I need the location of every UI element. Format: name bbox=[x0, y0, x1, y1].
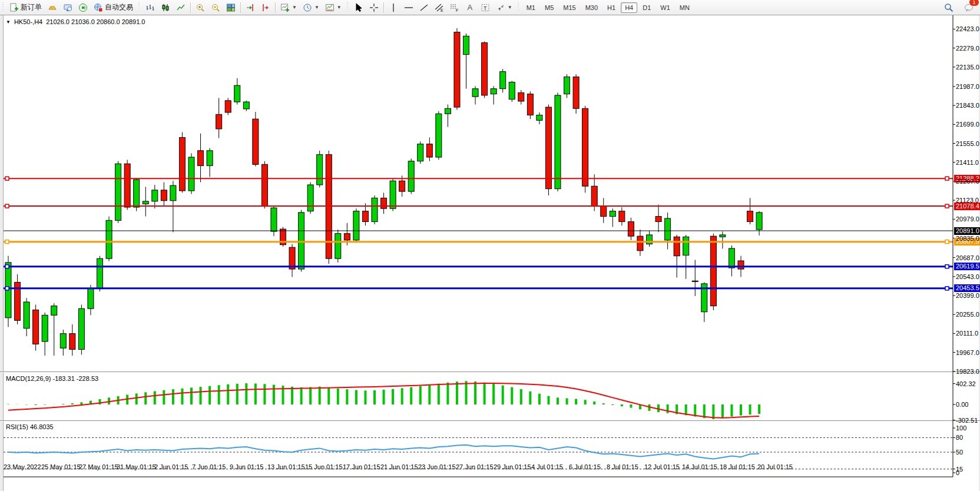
svg-text:T: T bbox=[484, 5, 487, 11]
toolbar-grip[interactable] bbox=[1, 2, 5, 13]
tab-d1[interactable]: D1 bbox=[638, 2, 655, 13]
toolbar-grip[interactable] bbox=[137, 2, 141, 13]
template-icon bbox=[325, 3, 335, 12]
price-tick-label: 21843.0 bbox=[956, 102, 979, 109]
date-tick-label: 12 Jul 01:15 bbox=[644, 463, 680, 470]
horizontal-line-button[interactable] bbox=[401, 1, 416, 15]
date-tick-label: 15 Jun 01:15 bbox=[305, 463, 343, 470]
toolbar-separator bbox=[190, 2, 191, 13]
tile-windows-button[interactable] bbox=[223, 1, 239, 15]
zoom-out-button[interactable] bbox=[208, 1, 223, 15]
chevron-down-icon: ▼ bbox=[314, 5, 319, 10]
search-button[interactable] bbox=[941, 1, 956, 15]
virtual-hosting-button[interactable] bbox=[60, 1, 75, 15]
new-order-button[interactable]: 新订单 bbox=[6, 1, 45, 15]
price-tick-label: 20687.0 bbox=[956, 254, 979, 261]
vertical-line-button[interactable] bbox=[386, 1, 401, 15]
gold-button[interactable] bbox=[45, 1, 60, 15]
toolbar-grip[interactable] bbox=[346, 2, 350, 13]
signals-button[interactable] bbox=[75, 1, 91, 15]
text-button[interactable]: A bbox=[462, 1, 478, 15]
tab-m30[interactable]: M30 bbox=[581, 2, 602, 13]
tab-m5[interactable]: M5 bbox=[541, 2, 558, 13]
collapse-icon[interactable]: ▼ bbox=[6, 19, 11, 25]
date-tick-label: 25 May 01:15 bbox=[41, 463, 81, 470]
gold-icon bbox=[48, 3, 57, 12]
periods-button[interactable]: ▼ bbox=[300, 1, 322, 15]
date-tick-label: 21 Jun 01:15 bbox=[380, 463, 418, 470]
date-tick-label: 13 Jun 01:15 bbox=[267, 463, 305, 470]
date-tick-label: 2 Jun 01:15 bbox=[154, 463, 188, 470]
date-tick-label: 17 Jun 01:15 bbox=[343, 463, 380, 470]
price-tick-label: 19967.0 bbox=[956, 349, 979, 356]
date-tick-label: 31 May 01:15 bbox=[117, 463, 156, 470]
price-tick-label: 22423.0 bbox=[956, 25, 979, 32]
tab-mn[interactable]: MN bbox=[676, 2, 694, 13]
price-tick-label: 20543.0 bbox=[956, 273, 979, 280]
date-tick-label: 8 Jul 01:15 bbox=[607, 463, 638, 470]
tab-m1[interactable]: M1 bbox=[522, 2, 539, 13]
symbol-ohlc-bar[interactable]: ▼ HK50-,H4 21026.0 21036.0 20860.0 20891… bbox=[6, 18, 145, 25]
rsi-tick-label: 100 bbox=[956, 424, 966, 432]
toolbar-grip[interactable] bbox=[517, 2, 521, 13]
line-chart-button[interactable] bbox=[173, 1, 188, 15]
templates-button[interactable]: ▼ bbox=[322, 1, 345, 15]
fibonacci-icon: F bbox=[450, 3, 459, 12]
bar-chart-button[interactable] bbox=[143, 1, 158, 15]
tab-h1[interactable]: H1 bbox=[603, 2, 620, 13]
date-tick-label: 14 Jul 01:15 bbox=[682, 463, 717, 470]
text-icon: A bbox=[465, 3, 475, 12]
price-tick-label: 20835.0 bbox=[956, 235, 979, 242]
price-tick-label: 19823.0 bbox=[956, 368, 979, 375]
chevron-down-icon: ▼ bbox=[508, 5, 512, 10]
new-chart-button[interactable]: ▼ bbox=[277, 1, 300, 15]
auto-scroll-button[interactable] bbox=[243, 1, 258, 15]
new-order-label: 新订单 bbox=[21, 2, 42, 12]
chart-shift-icon bbox=[261, 3, 270, 12]
arrows-button[interactable]: ▼ bbox=[493, 1, 515, 15]
crosshair-button[interactable] bbox=[366, 1, 382, 15]
toolbar-separator bbox=[383, 2, 384, 13]
fibonacci-button[interactable]: F bbox=[447, 1, 462, 15]
price-tick-label: 20979.0 bbox=[956, 215, 979, 223]
price-tick-label: 21123.0 bbox=[956, 197, 979, 204]
tab-m15[interactable]: M15 bbox=[559, 2, 580, 13]
cursor-icon bbox=[354, 3, 363, 12]
chart-shift-button[interactable] bbox=[258, 1, 273, 15]
rsi-label: RSI(15) 46.8035 bbox=[6, 423, 54, 430]
candlestick-chart-icon bbox=[161, 3, 170, 12]
auto-trading-button[interactable]: 自动交易 bbox=[91, 1, 136, 15]
crosshair-icon bbox=[369, 3, 379, 12]
date-tick-label: 20 Jul 01:15 bbox=[757, 463, 793, 470]
toolbar-separator bbox=[275, 2, 276, 13]
arrows-icon bbox=[496, 3, 505, 12]
ohlc-values: 21026.0 21036.0 20860.0 20891.0 bbox=[46, 18, 145, 25]
symbol-label: HK50-,H4 bbox=[14, 18, 42, 25]
tab-w1[interactable]: W1 bbox=[656, 2, 674, 13]
signals-icon bbox=[78, 3, 88, 12]
tile-windows-icon bbox=[226, 3, 236, 12]
cursor-button[interactable] bbox=[351, 1, 366, 15]
candlestick-chart-button[interactable] bbox=[158, 1, 173, 15]
equidistant-channel-button[interactable]: E bbox=[432, 1, 447, 15]
panel-splitter-macd[interactable] bbox=[0, 371, 980, 373]
date-tick-label: 23 May 2022 bbox=[4, 463, 41, 470]
price-line-tag: 20891.0 bbox=[954, 227, 980, 235]
line-chart-icon bbox=[176, 3, 186, 12]
price-tick-label: 20111.0 bbox=[956, 330, 978, 337]
trendline-icon bbox=[419, 3, 429, 12]
macd-tick-label: 0.00 bbox=[956, 401, 968, 408]
tab-h4[interactable]: H4 bbox=[621, 2, 637, 13]
macd-tick-label: -302.51 bbox=[956, 417, 978, 424]
notifications-button[interactable]: 1 bbox=[961, 1, 976, 15]
zoom-in-button[interactable] bbox=[193, 1, 208, 15]
price-tick-label: 21555.0 bbox=[956, 140, 979, 147]
chevron-down-icon: ▼ bbox=[337, 5, 342, 10]
price-line-tag: 20619.5 bbox=[954, 263, 980, 270]
panel-splitter-rsi[interactable] bbox=[0, 420, 980, 422]
price-tick-label: 20399.0 bbox=[956, 292, 979, 299]
macd-label: MACD(12,26,9) -183.31 -228.53 bbox=[6, 375, 98, 382]
text-label-button[interactable]: T bbox=[478, 1, 493, 15]
trendline-button[interactable] bbox=[416, 1, 432, 15]
new-order-icon bbox=[9, 3, 19, 12]
